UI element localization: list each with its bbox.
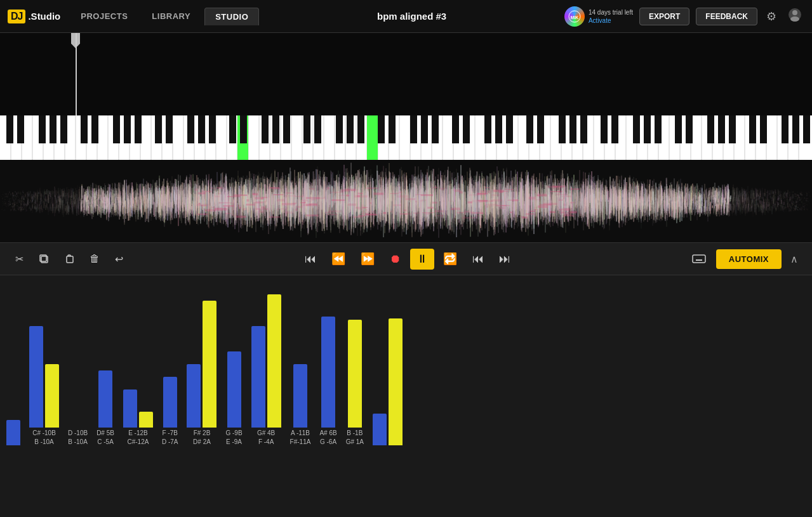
chart-label: B -1BG# 1A xyxy=(346,429,364,447)
svg-rect-140 xyxy=(693,255,705,263)
svg-rect-102 xyxy=(303,115,310,143)
bar-blue xyxy=(123,389,137,428)
playhead xyxy=(76,33,77,115)
chart-label: C# -10BB -10A xyxy=(32,429,56,447)
user-icon[interactable] xyxy=(785,5,804,27)
chart-group: G# 4BF -4A xyxy=(251,294,281,447)
delete-tool[interactable]: 🗑 xyxy=(84,249,105,268)
chart-group: D# 5BC -5A xyxy=(97,370,114,447)
svg-rect-87 xyxy=(81,115,88,143)
record-btn[interactable]: ⏺ xyxy=(383,249,408,270)
svg-rect-121 xyxy=(580,115,587,143)
bars-row xyxy=(227,351,241,428)
bars-row xyxy=(98,370,112,428)
copy-tool[interactable] xyxy=(34,250,54,268)
bar-blue xyxy=(98,370,112,428)
chart-label: G -9BE -9A xyxy=(225,429,242,447)
chart-group: E -12BC#-12A xyxy=(123,389,153,447)
nav-studio[interactable]: STUDIO xyxy=(204,8,259,25)
keyboard-icon[interactable] xyxy=(687,251,711,267)
svg-rect-82 xyxy=(6,115,13,143)
bar-blue xyxy=(187,364,201,428)
paste-tool[interactable] xyxy=(59,250,79,268)
skip-start-btn[interactable]: ⏮ xyxy=(466,249,490,270)
svg-rect-131 xyxy=(729,115,736,143)
chart-group xyxy=(373,318,403,447)
svg-rect-84 xyxy=(39,115,46,143)
bars-row xyxy=(187,301,216,428)
svg-rect-133 xyxy=(760,115,767,143)
waveform-area xyxy=(0,160,812,242)
svg-rect-100 xyxy=(272,115,279,143)
svg-rect-122 xyxy=(601,115,608,143)
bars-row xyxy=(123,389,153,428)
mixed-in-key: MIK 14 days trial left Activate xyxy=(564,6,633,27)
undo-tool[interactable]: ↩ xyxy=(110,249,128,269)
loop-btn[interactable]: 🔁 xyxy=(437,248,463,270)
rewind-btn[interactable]: ⏪ xyxy=(325,248,352,270)
chart-group: D -10BB -10A xyxy=(68,428,88,447)
svg-rect-81 xyxy=(367,115,378,160)
feedback-button[interactable]: FEEDBACK xyxy=(696,8,757,25)
chart-group: B -1BG# 1A xyxy=(346,320,364,447)
chart-group: A# 6BG -6A xyxy=(319,317,336,447)
skip-end-btn[interactable]: ⏭ xyxy=(493,249,517,270)
bars-row xyxy=(348,320,362,428)
svg-rect-88 xyxy=(91,115,98,143)
bar-blue xyxy=(373,414,387,445)
piano-area: /* will use static SVG lines */ xyxy=(0,33,812,160)
svg-rect-104 xyxy=(336,115,343,143)
svg-point-3 xyxy=(792,10,797,15)
back-fast-btn[interactable]: ⏮ xyxy=(298,249,323,270)
chart-label: A# 6BG -6A xyxy=(319,429,336,447)
piano-keys-container: /* will use static SVG lines */ xyxy=(0,115,812,160)
pause-btn[interactable]: ⏸ xyxy=(410,249,434,270)
chart-group: C# -10BB -10A xyxy=(29,326,59,447)
chart-label: F# 2BD# 2A xyxy=(193,429,211,447)
automix-button[interactable]: AUTOMIX xyxy=(716,249,782,269)
bar-yellow xyxy=(267,294,281,428)
header: DJ .Studio PROJECTS LIBRARY STUDIO bpm a… xyxy=(0,0,812,33)
export-button[interactable]: EXPORT xyxy=(639,8,689,25)
fast-forward-btn[interactable]: ⏩ xyxy=(354,248,381,270)
svg-rect-99 xyxy=(262,115,269,143)
nav-projects[interactable]: PROJECTS xyxy=(70,8,138,25)
svg-rect-124 xyxy=(633,115,640,143)
settings-icon[interactable]: ⚙ xyxy=(764,7,779,26)
activate-link[interactable]: Activate xyxy=(589,17,611,24)
svg-rect-94 xyxy=(187,115,194,143)
svg-rect-123 xyxy=(611,115,618,143)
header-right: MIK 14 days trial left Activate EXPORT F… xyxy=(564,5,804,27)
svg-rect-136 xyxy=(803,115,810,143)
chart-group: A -11BF#-11A xyxy=(290,364,311,447)
trial-text: 14 days trial left xyxy=(589,8,633,16)
chart-group: F -7BD -7A xyxy=(162,377,178,447)
svg-rect-109 xyxy=(410,115,417,143)
bars-row xyxy=(29,326,59,428)
mik-text: 14 days trial left Activate xyxy=(589,8,633,25)
bottom-section: C# -10BB -10AD -10BB -10AD# 5BC -5AE -12… xyxy=(0,275,812,517)
bars-row xyxy=(251,294,281,428)
svg-rect-83 xyxy=(17,115,24,143)
svg-rect-107 xyxy=(378,115,385,143)
svg-rect-103 xyxy=(314,115,321,143)
svg-rect-91 xyxy=(135,115,142,143)
svg-rect-90 xyxy=(124,115,131,143)
cut-tool[interactable]: ✂ xyxy=(10,249,29,269)
svg-rect-101 xyxy=(283,115,290,143)
collapse-button[interactable]: ∧ xyxy=(787,249,802,269)
svg-rect-129 xyxy=(707,115,714,143)
bar-blue xyxy=(6,420,20,445)
svg-rect-120 xyxy=(569,115,576,143)
bar-yellow xyxy=(139,412,153,428)
logo: DJ .Studio xyxy=(8,10,60,23)
bar-chart-area: C# -10BB -10AD -10BB -10AD# 5BC -5AE -12… xyxy=(0,275,812,447)
toolbar: ✂ 🗑 ↩ ⏮ ⏪ ⏩ ⏺ ⏸ 🔁 ⏮ ⏭ xyxy=(0,242,812,275)
bars-row xyxy=(6,420,20,445)
chart-label: A -11BF#-11A xyxy=(290,429,311,447)
svg-rect-96 xyxy=(209,115,216,143)
chart-label: G# 4BF -4A xyxy=(257,429,275,447)
svg-rect-127 xyxy=(675,115,682,143)
svg-rect-113 xyxy=(463,115,470,143)
nav-library[interactable]: LIBRARY xyxy=(142,8,201,25)
